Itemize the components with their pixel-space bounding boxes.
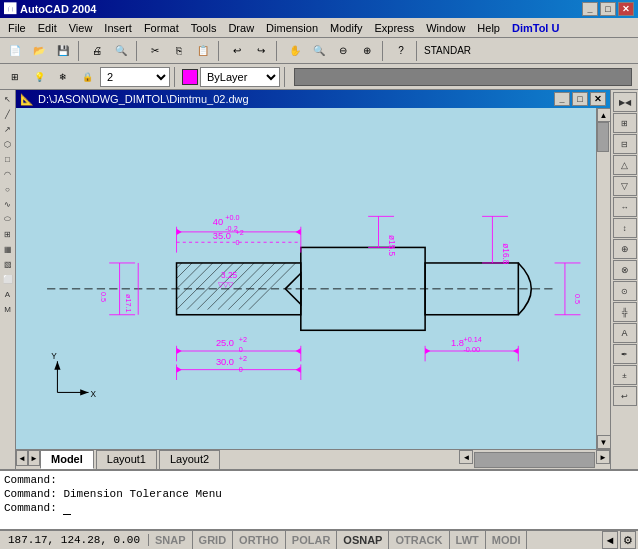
right-btn-12[interactable]: A — [613, 323, 637, 343]
line-tool[interactable]: ╱ — [1, 107, 15, 121]
tab-model[interactable]: Model — [40, 450, 94, 469]
drawing-title-controls[interactable]: _ □ ✕ — [554, 92, 606, 106]
zoom-prev-button[interactable]: ⊖ — [332, 40, 354, 62]
model-button[interactable]: MODI — [486, 531, 528, 549]
menu-insert[interactable]: Insert — [98, 20, 138, 36]
drawing-canvas[interactable]: 40 +0.0 -0.2 35.0 +2 0 3.25 ▽▽▽ ø15.5 — [16, 108, 596, 449]
hscroll-right[interactable]: ► — [596, 450, 610, 464]
drawing-close[interactable]: ✕ — [590, 92, 606, 106]
right-btn-4[interactable]: △ — [613, 155, 637, 175]
close-button[interactable]: ✕ — [618, 2, 634, 16]
layers-button[interactable]: ⊞ — [4, 66, 26, 88]
color-swatch[interactable] — [182, 69, 198, 85]
scroll-track[interactable] — [597, 122, 610, 435]
undo-button[interactable]: ↩ — [226, 40, 248, 62]
scroll-up-button[interactable]: ▲ — [597, 108, 611, 122]
maximize-button[interactable]: □ — [600, 2, 616, 16]
right-btn-9[interactable]: ⊗ — [613, 260, 637, 280]
hscroll-left[interactable]: ◄ — [459, 450, 473, 464]
ellipse-tool[interactable]: ⬭ — [1, 212, 15, 226]
rect-tool[interactable]: □ — [1, 152, 15, 166]
right-btn-3[interactable]: ⊟ — [613, 134, 637, 154]
print-button[interactable]: 🖨 — [86, 40, 108, 62]
lock-button[interactable]: 🔒 — [76, 66, 98, 88]
region-tool[interactable]: ⬜ — [1, 272, 15, 286]
osnap-button[interactable]: OSNAP — [337, 531, 389, 549]
snap-button[interactable]: SNAP — [149, 531, 193, 549]
arrow-tool[interactable]: ↖ — [1, 92, 15, 106]
menu-tools[interactable]: Tools — [185, 20, 223, 36]
drawing-minimize[interactable]: _ — [554, 92, 570, 106]
status-settings-icon[interactable]: ⚙ — [620, 531, 636, 549]
menu-file[interactable]: File — [2, 20, 32, 36]
right-btn-1[interactable]: ▶◀ — [613, 92, 637, 112]
redo-button[interactable]: ↪ — [250, 40, 272, 62]
svg-text:ø15.5: ø15.5 — [387, 235, 396, 257]
layer-dropdown[interactable]: 2 — [100, 67, 170, 87]
paste-button[interactable]: 📋 — [192, 40, 214, 62]
right-btn-5[interactable]: ▽ — [613, 176, 637, 196]
tab-layout2[interactable]: Layout2 — [159, 450, 220, 469]
right-btn-15[interactable]: ↩ — [613, 386, 637, 406]
menu-dimension[interactable]: Dimension — [260, 20, 324, 36]
text-tool[interactable]: A — [1, 287, 15, 301]
lwt-button[interactable]: LWT — [450, 531, 486, 549]
tab-scroll-right[interactable]: ► — [28, 450, 40, 466]
hscroll-thumb[interactable] — [474, 452, 595, 468]
right-btn-14[interactable]: ± — [613, 365, 637, 385]
status-arrow-left[interactable]: ◄ — [602, 531, 618, 549]
circle-tool[interactable]: ○ — [1, 182, 15, 196]
svg-text:0: 0 — [236, 238, 240, 247]
cut-button[interactable]: ✂ — [144, 40, 166, 62]
ortho-button[interactable]: ORTHO — [233, 531, 286, 549]
menu-draw[interactable]: Draw — [222, 20, 260, 36]
drawing-maximize[interactable]: □ — [572, 92, 588, 106]
vertical-scrollbar[interactable]: ▲ ▼ — [596, 108, 610, 449]
menu-modify[interactable]: Modify — [324, 20, 368, 36]
scroll-down-button[interactable]: ▼ — [597, 435, 611, 449]
zoom-button[interactable]: 🔍 — [308, 40, 330, 62]
svg-text:25.0: 25.0 — [216, 338, 234, 348]
right-btn-10[interactable]: ⊙ — [613, 281, 637, 301]
right-btn-11[interactable]: ╬ — [613, 302, 637, 322]
minimize-button[interactable]: _ — [582, 2, 598, 16]
tab-layout1[interactable]: Layout1 — [96, 450, 157, 469]
menu-dimtol[interactable]: DimTol U — [506, 20, 565, 36]
otrack-button[interactable]: OTRACK — [389, 531, 449, 549]
right-btn-13[interactable]: ✒ — [613, 344, 637, 364]
new-button[interactable]: 📄 — [4, 40, 26, 62]
polygon-tool[interactable]: ⬡ — [1, 137, 15, 151]
insert-tool[interactable]: ⊞ — [1, 227, 15, 241]
menu-window[interactable]: Window — [420, 20, 471, 36]
scroll-thumb[interactable] — [597, 122, 609, 152]
menu-help[interactable]: Help — [471, 20, 506, 36]
open-button[interactable]: 📂 — [28, 40, 50, 62]
right-btn-2[interactable]: ⊞ — [613, 113, 637, 133]
right-btn-7[interactable]: ↕ — [613, 218, 637, 238]
pan-button[interactable]: ✋ — [284, 40, 306, 62]
title-bar-controls[interactable]: _ □ ✕ — [582, 2, 634, 16]
menu-format[interactable]: Format — [138, 20, 185, 36]
print-preview-button[interactable]: 🔍 — [110, 40, 132, 62]
zoom-ext-button[interactable]: ⊕ — [356, 40, 378, 62]
arc-tool[interactable]: ◠ — [1, 167, 15, 181]
hatch-tool[interactable]: ▦ — [1, 242, 15, 256]
color-dropdown[interactable]: ByLayer — [200, 67, 280, 87]
tab-scroll-left[interactable]: ◄ — [16, 450, 28, 466]
right-btn-8[interactable]: ⊕ — [613, 239, 637, 259]
help-button[interactable]: ? — [390, 40, 412, 62]
gradient-tool[interactable]: ▧ — [1, 257, 15, 271]
mtext-tool[interactable]: M — [1, 302, 15, 316]
save-button[interactable]: 💾 — [52, 40, 74, 62]
grid-button[interactable]: GRID — [193, 531, 234, 549]
spline-tool[interactable]: ∿ — [1, 197, 15, 211]
polar-button[interactable]: POLAR — [286, 531, 338, 549]
menu-edit[interactable]: Edit — [32, 20, 63, 36]
polyline-tool[interactable]: ↗ — [1, 122, 15, 136]
menu-view[interactable]: View — [63, 20, 99, 36]
freeze-button[interactable]: ❄ — [52, 66, 74, 88]
layer-state-button[interactable]: 💡 — [28, 66, 50, 88]
right-btn-6[interactable]: ↔ — [613, 197, 637, 217]
menu-express[interactable]: Express — [368, 20, 420, 36]
copy-button[interactable]: ⎘ — [168, 40, 190, 62]
